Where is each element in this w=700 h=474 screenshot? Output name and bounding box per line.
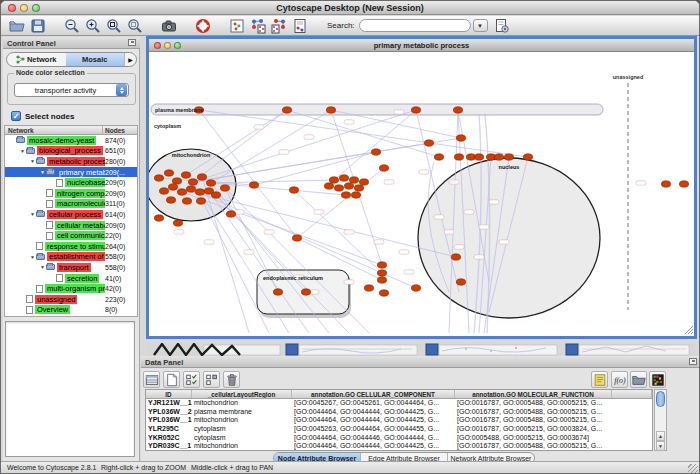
table-row[interactable]: YJR121W__1mitochondrion[GO:0045267, GO:0… — [146, 399, 652, 408]
birdseye-icon[interactable] — [228, 17, 246, 34]
zoom-selected-icon[interactable] — [126, 17, 144, 34]
toolbar-group — [160, 17, 181, 34]
tree-row-label: nitrogen compo — [55, 189, 105, 198]
import-icon[interactable] — [630, 371, 647, 388]
table-row[interactable]: YPL036W__2plasma membrane[GO:0044464, GO… — [146, 408, 652, 417]
tiny-node-label — [344, 280, 354, 284]
tree-row[interactable]: response to stimulu264(0) — [5, 241, 137, 252]
net-minimize-icon[interactable] — [164, 42, 171, 49]
network-node — [159, 188, 168, 194]
edge — [186, 110, 287, 175]
scroll-down-icon[interactable]: ▼ — [656, 441, 665, 451]
tree-row[interactable]: Overview8(0) — [5, 305, 137, 316]
network-view-titlebar[interactable]: primary metabolic process — [149, 39, 694, 52]
table-row[interactable]: YKR052Ccytoplasm[GO:0044464, GO:0044446,… — [146, 434, 652, 443]
expand-arrow-icon[interactable]: ▼ — [19, 148, 26, 154]
zoom-in-icon[interactable] — [84, 17, 102, 34]
network-node — [379, 165, 388, 171]
expand-arrow-icon[interactable]: ▼ — [29, 158, 36, 164]
float-data-panel-icon[interactable] — [689, 358, 697, 365]
table-scrollbar[interactable]: ▲ ▼ — [654, 389, 667, 451]
expand-arrow-icon[interactable]: ▼ — [29, 211, 36, 217]
zoom-window-icon[interactable] — [32, 4, 40, 12]
tree-row[interactable]: ▼biological_process651(0) — [5, 146, 137, 157]
scroll-up-icon[interactable]: ▲ — [656, 431, 665, 441]
column-header[interactable]: annotation.GO CELLULAR_COMPONENT — [292, 390, 455, 398]
function-icon[interactable]: f(o) — [611, 371, 628, 388]
column-header[interactable]: annotation.GO MOLECULAR_FUNCTION — [455, 390, 612, 398]
help-icon[interactable] — [194, 17, 212, 34]
tree-row[interactable]: nitrogen compo209(0) — [5, 188, 137, 199]
save-icon[interactable] — [29, 17, 47, 34]
birdseye-view-panel[interactable] — [5, 321, 135, 457]
tree-row-label: secretion — [65, 274, 99, 283]
filter-icon[interactable] — [493, 17, 511, 34]
group-legend: Node color selection — [14, 69, 87, 76]
network-node — [456, 279, 465, 285]
tree-header-nodes[interactable]: Nodes — [103, 126, 137, 134]
zoom-fit-icon[interactable] — [105, 17, 123, 34]
network-node — [182, 198, 191, 204]
tree-row[interactable]: unassigned223(0) — [5, 294, 137, 305]
tree-row[interactable]: cellular metabo209(0) — [5, 220, 137, 231]
column-header[interactable]: ID — [146, 390, 192, 398]
close-icon[interactable] — [8, 4, 16, 12]
network-node — [504, 154, 513, 160]
tab-mosaic[interactable]: Mosaic — [66, 53, 125, 66]
tiny-node-label — [479, 225, 489, 229]
expand-arrow-icon[interactable]: ▼ — [39, 264, 46, 270]
tree-row[interactable]: multi-organism pro42(0) — [5, 283, 137, 294]
layout-b-icon[interactable] — [270, 17, 288, 34]
scrollbar-thumb[interactable] — [656, 391, 665, 407]
tree-row[interactable]: secretion41(0) — [5, 273, 137, 284]
main-toolbar: Search: ▼ — [1, 16, 699, 36]
minimize-icon[interactable] — [20, 4, 28, 12]
tree-row[interactable]: ▼metabolic process280(0) — [5, 156, 137, 167]
tiny-node-label — [636, 181, 646, 185]
tree-row[interactable]: ▼establishment of lo558(0) — [5, 252, 137, 263]
network-view-traffic-lights — [154, 42, 181, 49]
table-row[interactable]: YDR039C__1mitochondrion[GO:0044464, GO:0… — [146, 442, 652, 451]
tree-row[interactable]: ▼transport558(0) — [5, 262, 137, 273]
tiny-node-label — [264, 230, 274, 234]
tab-network[interactable]: Network — [7, 53, 66, 66]
tabs-overflow-arrow[interactable]: ▶ — [124, 53, 136, 66]
column-header[interactable]: _cellularLayoutRegion — [192, 390, 292, 398]
net-close-icon[interactable] — [154, 42, 161, 49]
layout-a-icon[interactable] — [249, 17, 267, 34]
expand-arrow-icon[interactable]: ▼ — [29, 254, 36, 260]
tree-row[interactable]: ▼cellular process614(0) — [5, 209, 137, 220]
window-resize-grip[interactable] — [688, 464, 698, 474]
tree-row[interactable]: macromolecule311(0) — [5, 199, 137, 210]
select-attr-icon[interactable] — [183, 371, 200, 388]
select-nodes-checkbox[interactable]: ✓ — [11, 111, 21, 121]
matrix-icon[interactable] — [649, 371, 666, 388]
network-canvas[interactable]: plasma membranecytoplasmmitochondrionnuc… — [149, 52, 694, 336]
open-icon[interactable] — [8, 17, 26, 34]
search-input[interactable] — [359, 19, 471, 32]
network-node — [474, 154, 483, 160]
float-panel-icon[interactable] — [128, 39, 136, 46]
attr-table-icon[interactable] — [143, 371, 160, 388]
table-row[interactable]: YPL036W__1mitochondrion[GO:0044464, GO:0… — [146, 416, 652, 425]
search-dropdown-button[interactable]: ▼ — [473, 19, 488, 32]
vizmap-icon[interactable] — [291, 17, 309, 34]
tree-row[interactable]: mosaic-demo-yeast874(0) — [5, 135, 137, 146]
attribute-combobox[interactable]: transporter activity — [14, 83, 129, 97]
tiny-node-label — [474, 255, 484, 259]
new-attr-icon[interactable] — [163, 371, 180, 388]
snapshot-icon[interactable] — [160, 17, 178, 34]
edge — [209, 191, 309, 333]
expand-arrow-icon[interactable]: ▼ — [39, 169, 46, 175]
window-titlebar[interactable]: Cytoscape Desktop (New Session) — [1, 1, 699, 15]
zoom-out-icon[interactable] — [63, 17, 81, 34]
notes-icon[interactable] — [591, 371, 608, 388]
tree-row[interactable]: nucleobase-209(0) — [5, 177, 137, 188]
table-row[interactable]: YLR295Ccytoplasm[GO:0045263, GO:0044464,… — [146, 425, 652, 434]
tree-row[interactable]: cell communicat22(0) — [5, 230, 137, 241]
unselect-attr-icon[interactable] — [203, 371, 220, 388]
tree-header-network[interactable]: Network — [5, 126, 103, 134]
net-zoom-icon[interactable] — [174, 42, 181, 49]
tree-row[interactable]: ▼primary metabo209(... — [5, 167, 137, 178]
delete-attr-icon[interactable] — [223, 371, 240, 388]
